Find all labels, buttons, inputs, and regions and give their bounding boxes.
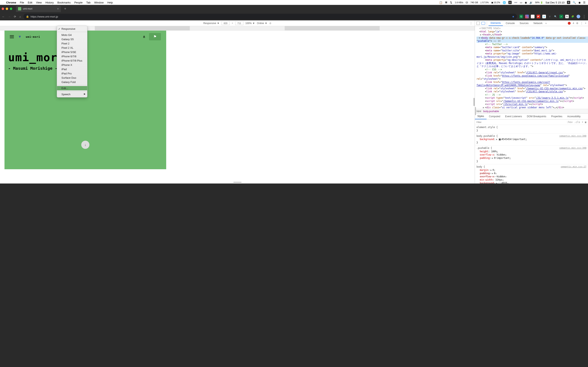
dd-device[interactable]: iPad Pro [57, 71, 87, 76]
menu-bookmarks[interactable]: Bookmarks [57, 1, 71, 4]
styles-pane-toggle[interactable]: ▣ [585, 121, 586, 124]
dd-device[interactable]: Moto G4 [57, 33, 87, 37]
address-bar[interactable]: 🔒 https://www.umi-mori.jp ★ [24, 14, 517, 19]
stab-styles[interactable]: Styles [475, 114, 486, 119]
menu-view[interactable]: View [36, 1, 42, 4]
stab-accessibility[interactable]: Accessibility [565, 114, 583, 119]
menu-edit[interactable]: Edit [28, 1, 32, 4]
browser-tab[interactable]: umi-mori × [16, 6, 61, 12]
ext-search-icon[interactable]: 🔍 [554, 15, 557, 18]
extensions-puzzle-icon[interactable]: 🧩 [571, 15, 575, 18]
maximize-window-button[interactable] [10, 8, 12, 10]
dd-device[interactable]: Surface Duo [57, 76, 87, 80]
scroll-down-button[interactable]: ↓ [81, 141, 89, 149]
display-icon[interactable]: ▭ [520, 1, 522, 4]
device-mode-toggle-icon[interactable] [481, 22, 485, 25]
forward-button[interactable]: → [8, 15, 11, 18]
stab-properties[interactable]: Properties [549, 114, 565, 119]
panel-splitter[interactable] [474, 98, 475, 106]
minimize-window-button[interactable] [6, 8, 8, 10]
ext-color-icon[interactable] [525, 15, 529, 18]
rule-element-style[interactable]: element.style { } [475, 125, 588, 133]
back-button[interactable]: ← [2, 15, 5, 18]
wifi-stat-icon[interactable]: ⇅ [450, 1, 452, 4]
hov-toggle[interactable]: :hov [567, 121, 573, 124]
close-window-button[interactable] [2, 8, 4, 10]
dd-device[interactable]: iPad [57, 67, 87, 71]
devtools-close-icon[interactable]: × [585, 22, 586, 25]
stab-computed[interactable]: Computed [486, 114, 503, 119]
ext-red-icon[interactable]: ◤ [536, 15, 540, 18]
hamburger-icon[interactable] [10, 35, 14, 38]
profile-avatar[interactable] [577, 15, 580, 18]
dd-device[interactable]: Galaxy S5 [57, 37, 87, 42]
dd-device[interactable]: Pixel 2 XL [57, 46, 87, 50]
glasses-icon[interactable]: 👓 [514, 1, 517, 4]
control-center-icon[interactable]: ☰ [583, 1, 586, 4]
crumb-html[interactable]: html [476, 110, 481, 113]
dd-device[interactable]: Galaxy Fold [57, 80, 87, 84]
hash-icon[interactable]: 〓 [445, 1, 448, 4]
dom-tree[interactable]: <!DOCTYPE html> <html lang="ja"> ▶<head>… [475, 26, 588, 109]
device-width-input[interactable] [222, 21, 230, 25]
ext-diamond-icon[interactable]: ◆ [542, 15, 546, 18]
flag-button[interactable]: ⚑ [149, 33, 161, 40]
globe-icon[interactable]: 🌐 [503, 1, 506, 4]
stab-listeners[interactable]: Event Listeners [503, 114, 525, 119]
menu-tab[interactable]: Tab [86, 1, 90, 4]
dd-device[interactable]: iPhone 6/7/8 [57, 54, 87, 58]
rule-body[interactable]: semantic.min.css:27 body { margin:▶0; pa… [475, 164, 588, 184]
rule-pushable[interactable]: semantic.min.css:348 .pushable { height:… [475, 146, 588, 164]
device-mode-dropdown[interactable]: Responsive ▼ [203, 22, 219, 25]
source-link[interactable]: semantic.min.css:27 [561, 165, 586, 168]
site-logo-icon[interactable]: ▼ [17, 34, 22, 39]
tab-network[interactable]: Network [531, 20, 545, 26]
dd-device[interactable]: iPhone 5/SE [57, 50, 87, 54]
app-name[interactable]: Chrome [6, 1, 16, 4]
a-icon[interactable]: A [508, 1, 512, 4]
devtools-menu-icon[interactable]: ⋮ [580, 22, 583, 25]
chrome-menu-button[interactable]: ⋮ [582, 14, 586, 19]
styles-body[interactable]: element.style { } semantic.min.css:348 b… [475, 125, 588, 184]
more-tabs-icon[interactable]: » [545, 22, 547, 25]
ext-grammarly-icon[interactable]: G [519, 15, 523, 18]
reload-button[interactable]: ⟳ [14, 15, 16, 18]
clock[interactable]: Sat Dec 5 15:10 [545, 1, 564, 4]
dd-device[interactable]: Pixel 2 [57, 42, 87, 46]
volume-icon[interactable]: 🔊 [529, 1, 533, 4]
rule-body-pushable[interactable]: semantic.min.css:348 body.pushable { bac… [475, 133, 588, 146]
crumb-body[interactable]: body.pushable [483, 110, 499, 113]
siri-icon[interactable]: ◉ [579, 1, 581, 4]
stab-breakpoints[interactable]: DOM Breakpoints [525, 114, 549, 119]
dd-responsive[interactable]: Responsive [57, 27, 87, 31]
dd-device[interactable]: iPhone X [57, 63, 87, 67]
ext-check-icon[interactable]: ✓ [559, 15, 563, 18]
source-link[interactable]: semantic.min.css:348 [559, 134, 586, 137]
tab-close-button[interactable]: × [57, 7, 59, 10]
tab-console[interactable]: Console [504, 20, 517, 26]
rotate-icon[interactable]: ⊘ [269, 22, 271, 25]
ext-notion-icon[interactable]: N [565, 15, 569, 18]
device-height-input[interactable] [235, 21, 243, 25]
home-button[interactable]: ⌂ [19, 15, 21, 18]
settings-gear-icon[interactable]: ⚙ [576, 22, 579, 25]
resize-handle[interactable] [475, 107, 476, 115]
error-badge[interactable] [568, 22, 571, 25]
clipboard-icon[interactable]: 📋 [439, 1, 442, 4]
dd-device[interactable]: iPhone 6/7/8 Plus [57, 58, 87, 63]
styles-filter-input[interactable] [476, 121, 565, 123]
resize-handle-bottom[interactable] [233, 182, 242, 183]
dom-breadcrumb[interactable]: html body.pushable [475, 109, 588, 113]
dd-speech[interactable]: Speech [57, 92, 87, 96]
bookmark-star-icon[interactable]: ★ [512, 15, 515, 18]
menu-window[interactable]: Window [94, 1, 104, 4]
wifi-icon[interactable]: ◉ [525, 1, 527, 4]
source-link[interactable]: semantic.min.css:348 [559, 146, 586, 150]
spotlight-icon[interactable]: 🔍 [573, 1, 576, 4]
lock-icon[interactable]: 🔒 [26, 15, 29, 18]
menu-file[interactable]: File [20, 1, 24, 4]
menu-help[interactable]: Help [107, 1, 113, 4]
throttle-dropdown[interactable]: Online ▼ [257, 22, 267, 25]
tab-elements[interactable]: Elements [489, 20, 503, 26]
zoom-dropdown[interactable]: 100% ▼ [245, 22, 255, 25]
